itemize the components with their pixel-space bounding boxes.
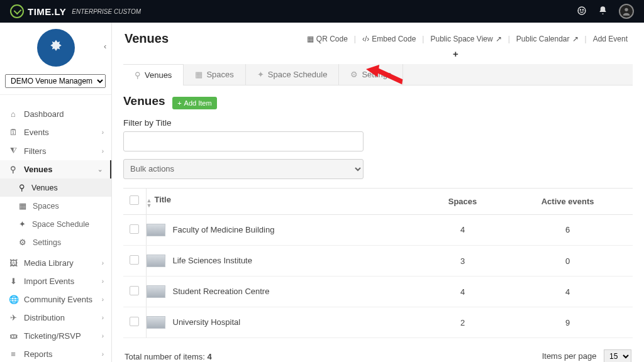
spaces-value: 3: [423, 246, 502, 277]
list-icon: ≡: [9, 349, 18, 359]
main-content: Venues ▦QR Code| ‹/›Embed Code| Public S…: [112, 23, 644, 362]
chevron-down-icon: ⌄: [97, 166, 103, 173]
bell-icon[interactable]: [598, 6, 608, 17]
public-calendar-link[interactable]: Public Calendar↗: [513, 35, 582, 43]
sidebar-sub-spaces[interactable]: ▦Spaces: [0, 197, 111, 215]
venue-name: University Hospital: [173, 317, 241, 327]
embed-code-link[interactable]: ‹/›Embed Code: [358, 35, 419, 43]
svg-point-2: [582, 9, 583, 10]
sidebar-item-community[interactable]: 🌐Community Events›: [0, 290, 111, 309]
tenant-logo: [37, 29, 75, 67]
chevron-right-icon: ›: [102, 260, 104, 266]
venue-name: Life Sciences Institute: [173, 256, 252, 265]
topbar: TIME.LY ENTERPRISE CUSTOM: [0, 0, 644, 23]
calendar-icon: 🗓: [9, 128, 18, 137]
building-icon: ▦: [195, 70, 203, 79]
support-icon[interactable]: [577, 6, 587, 18]
header-actions: ▦QR Code| ‹/›Embed Code| Public Space Vi…: [303, 35, 631, 43]
select-all-checkbox[interactable]: [130, 195, 139, 205]
brand: TIME.LY ENTERPRISE CUSTOM: [10, 4, 141, 18]
sidebar-item-dashboard[interactable]: ⌂Dashboard: [0, 105, 111, 123]
sidebar-item-ticketing[interactable]: 🎟Ticketing/RSVP›: [0, 327, 111, 345]
brand-product: ENTERPRISE CUSTOM: [72, 8, 141, 15]
spaces-value: 4: [423, 277, 502, 307]
sidebar-item-import[interactable]: ⬇Import Events›: [0, 272, 111, 290]
row-checkbox[interactable]: [130, 224, 139, 234]
plus-icon: +: [177, 99, 181, 107]
filter-icon: ⧨: [9, 146, 18, 156]
header-plus[interactable]: +: [112, 48, 644, 59]
tab-venues[interactable]: ⚲Venues: [123, 64, 184, 85]
tab-settings[interactable]: ⚙Settings: [339, 64, 403, 85]
venue-name: Faculty of Medicine Building: [173, 225, 275, 234]
chevron-right-icon: ›: [102, 296, 104, 303]
total-count: Total number of items: 4: [125, 352, 212, 361]
venue-thumb: [147, 316, 165, 329]
sidebar-sub-venues[interactable]: ⚲Venues: [0, 178, 111, 197]
sidebar-item-distribution[interactable]: ✈Distribution›: [0, 309, 111, 327]
home-icon: ⌂: [9, 109, 18, 119]
send-icon: ✈: [9, 313, 18, 322]
sidebar-sub-schedule[interactable]: ✦Space Schedule: [0, 215, 111, 233]
row-checkbox[interactable]: [130, 286, 139, 295]
pin-icon: ⚲: [9, 165, 18, 174]
add-item-button[interactable]: +Add Item: [172, 97, 216, 109]
col-title[interactable]: ▲▼Title: [146, 188, 423, 214]
sidebar-item-reports[interactable]: ≡Reports›: [0, 345, 111, 362]
qr-icon: ▦: [307, 35, 314, 43]
download-icon: ⬇: [9, 277, 18, 286]
bulk-actions-select[interactable]: Bulk actions: [123, 159, 364, 179]
tenant-selector[interactable]: DEMO Venue Managemen: [5, 74, 106, 88]
section-title: Venues: [123, 94, 165, 108]
chevron-right-icon: ›: [102, 332, 104, 339]
qr-code-link[interactable]: ▦QR Code: [303, 35, 352, 43]
items-per-page-select[interactable]: 15: [604, 349, 631, 362]
avatar[interactable]: [619, 4, 634, 19]
sidebar-item-media[interactable]: 🖼Media Library›: [0, 254, 111, 272]
chevron-right-icon: ›: [102, 148, 104, 155]
row-checkbox[interactable]: [130, 317, 139, 326]
col-spaces[interactable]: Spaces: [423, 188, 502, 214]
sidebar-sub-settings[interactable]: ⚙Settings: [0, 233, 111, 251]
sliders-icon: ⚙: [350, 70, 358, 79]
table-footer: Total number of items: 4 Items per page …: [123, 349, 633, 362]
sidebar: ‹ DEMO Venue Managemen ⌂Dashboard 🗓Event…: [0, 23, 112, 362]
sidebar-item-venues[interactable]: ⚲Venues⌄: [0, 160, 111, 178]
filter-label: Filter by Title: [123, 118, 633, 128]
active-value: 4: [502, 277, 633, 307]
table-row[interactable]: Life Sciences Institute 3 0: [123, 246, 633, 277]
active-value: 6: [502, 214, 633, 246]
pin-icon: ⚲: [19, 183, 25, 192]
tab-spaces[interactable]: ▦Spaces: [184, 64, 245, 85]
external-icon: ↗: [496, 35, 502, 43]
svg-point-3: [625, 8, 628, 11]
table-row[interactable]: Student Recreation Centre 4 4: [123, 277, 633, 307]
public-space-link[interactable]: Public Space View↗: [426, 35, 505, 43]
spaces-value: 4: [423, 214, 502, 246]
sidebar-item-filters[interactable]: ⧨Filters›: [0, 141, 111, 160]
tab-space-schedule[interactable]: ✦Space Schedule: [246, 64, 340, 85]
items-per-page: Items per page 15: [542, 349, 631, 362]
image-icon: 🖼: [9, 258, 18, 268]
sliders-icon: ⚙: [19, 238, 26, 247]
pin-icon: ⚲: [135, 70, 141, 80]
table-row[interactable]: University Hospital 2 9: [123, 307, 633, 338]
row-checkbox[interactable]: [130, 255, 139, 265]
building-icon: ▦: [19, 201, 26, 211]
page-title: Venues: [125, 31, 169, 46]
filter-title-input[interactable]: [123, 131, 364, 151]
brand-logo-icon: [10, 4, 24, 18]
add-event-link[interactable]: Add Event: [589, 35, 631, 43]
col-active-events[interactable]: Active events: [502, 188, 633, 214]
chevron-right-icon: ›: [102, 129, 104, 136]
sidebar-item-events[interactable]: 🗓Events›: [0, 123, 111, 141]
sidebar-collapse-icon[interactable]: ‹: [104, 41, 106, 51]
schedule-icon: ✦: [257, 70, 264, 79]
code-icon: ‹/›: [362, 35, 369, 43]
venue-thumb: [147, 255, 165, 267]
table-row[interactable]: Faculty of Medicine Building 4 6: [123, 214, 633, 246]
sidebar-submenu-venues: ⚲Venues ▦Spaces ✦Space Schedule ⚙Setting…: [0, 178, 111, 251]
chevron-right-icon: ›: [102, 351, 104, 358]
sidebar-header: ‹: [0, 23, 111, 74]
active-value: 0: [502, 246, 633, 277]
